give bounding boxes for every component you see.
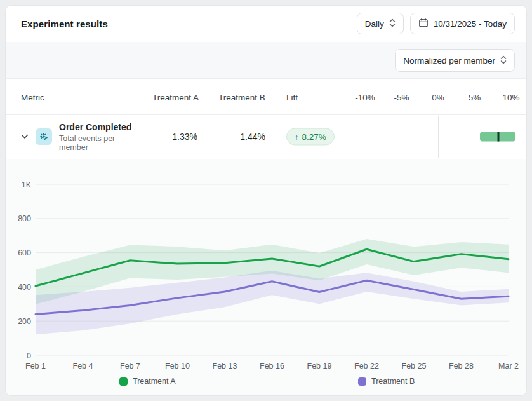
treatment-a-swatch [119, 377, 128, 386]
treatment-a-cell: 1.33% [142, 116, 208, 158]
column-header-treatment-a: Treatment A [142, 79, 208, 114]
treatment-b-legend-label: Treatment B [371, 377, 415, 386]
lift-bar-track [365, 116, 511, 158]
svg-text:Feb 28: Feb 28 [449, 362, 474, 370]
svg-text:600: 600 [18, 248, 31, 257]
column-header-lift: Lift [276, 79, 352, 114]
page-title: Experiment results [21, 18, 108, 29]
svg-text:Feb 7: Feb 7 [120, 362, 140, 370]
lift-point-tick [498, 132, 500, 142]
legend-item-treatment-a: Treatment A [119, 377, 176, 386]
column-header-scale: -10% -5% 0% 5% 10% [352, 79, 527, 114]
svg-text:Feb 22: Feb 22 [354, 362, 379, 370]
granularity-select[interactable]: Daily [357, 13, 404, 34]
metric-subtitle: Total events per member [59, 134, 142, 152]
svg-text:Feb 19: Feb 19 [307, 362, 332, 370]
lift-cell: ↑ 8.27% [276, 116, 352, 158]
svg-text:Feb 13: Feb 13 [213, 362, 237, 370]
metric-name: Order Completed [59, 122, 142, 132]
svg-text:Feb 4: Feb 4 [73, 362, 93, 370]
treatment-b-value: 1.44% [240, 132, 265, 142]
treatment-b-swatch [358, 377, 366, 386]
svg-text:Feb 10: Feb 10 [165, 362, 190, 370]
scale-tick: 0% [432, 92, 444, 102]
lift-value: 8.27% [302, 132, 326, 142]
date-range-button[interactable]: 10/31/2025 - Today [410, 13, 515, 34]
svg-text:0: 0 [27, 351, 31, 360]
arrow-up-icon: ↑ [295, 132, 299, 142]
chevron-updown-icon [500, 55, 507, 66]
normalization-value: Normalized per member [403, 56, 495, 65]
granularity-value: Daily [365, 19, 384, 29]
chevron-updown-icon [389, 18, 396, 29]
metric-title-block: Order Completed Total events per member [59, 122, 142, 152]
svg-text:1K: 1K [22, 180, 32, 189]
svg-text:800: 800 [18, 214, 31, 223]
lift-bar-cell [352, 116, 527, 158]
title-bar: Experiment results Daily 10/31/2025 - To… [6, 6, 526, 41]
svg-text:400: 400 [18, 283, 31, 292]
row-expander-chevron-down-icon[interactable] [20, 132, 30, 142]
experiment-chart: 02004006008001KFeb 1Feb 4Feb 7Feb 10Feb … [6, 159, 527, 396]
svg-text:Feb 25: Feb 25 [402, 362, 427, 370]
header-controls: Daily 10/31/2025 - Today [357, 13, 515, 34]
column-header-metric: Metric [6, 79, 142, 114]
svg-text:Feb 16: Feb 16 [260, 362, 284, 370]
chart-section: 02004006008001KFeb 1Feb 4Feb 7Feb 10Feb … [6, 159, 526, 396]
experiment-results-card: Experiment results Daily 10/31/2025 - To… [5, 5, 527, 396]
event-metric-icon [36, 128, 52, 145]
treatment-a-value: 1.33% [172, 132, 197, 142]
svg-text:Mar 2: Mar 2 [498, 362, 519, 370]
svg-text:200: 200 [18, 317, 31, 326]
normalization-select[interactable]: Normalized per member [395, 49, 515, 72]
metric-cell: Order Completed Total events per member [6, 116, 142, 158]
svg-text:Feb 1: Feb 1 [25, 362, 46, 370]
legend-item-treatment-b: Treatment B [358, 377, 415, 386]
column-header-treatment-b: Treatment B [208, 79, 276, 114]
table-header: Metric Treatment A Treatment B Lift -10%… [6, 79, 526, 115]
scale-axis-labels: -10% -5% 0% 5% 10% [365, 79, 511, 114]
zero-percent-line [438, 116, 439, 158]
lift-badge: ↑ 8.27% [286, 128, 335, 146]
scale-tick: 10% [502, 92, 519, 102]
scale-tick: 5% [469, 92, 481, 102]
treatment-a-legend-label: Treatment A [133, 377, 176, 386]
table-row[interactable]: Order Completed Total events per member … [6, 116, 526, 158]
scale-tick: -10% [355, 92, 375, 102]
scale-tick: -5% [394, 92, 409, 102]
calendar-icon [418, 18, 429, 30]
date-range-value: 10/31/2025 - Today [434, 19, 507, 29]
toolbar: Normalized per member [6, 42, 526, 79]
treatment-b-cell: 1.44% [208, 116, 276, 158]
